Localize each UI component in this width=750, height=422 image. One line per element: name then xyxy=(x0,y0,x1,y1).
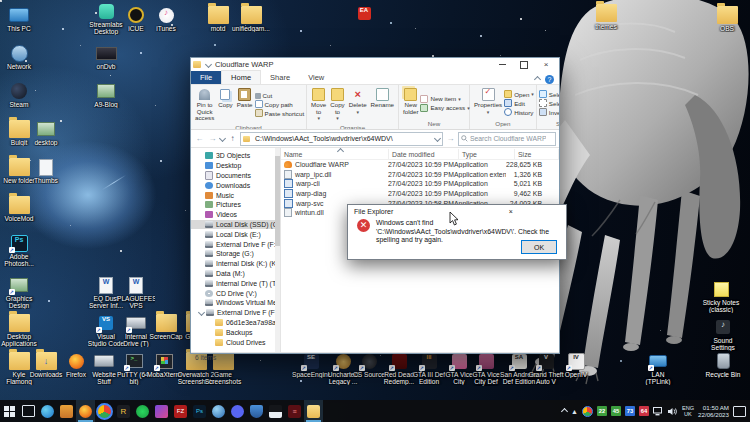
taskbar-app-premiere[interactable]: ≡ xyxy=(285,400,304,422)
tab-home[interactable]: Home xyxy=(221,70,261,84)
sidebar-item-data-m[interactable]: Data (M:) xyxy=(191,269,280,279)
task-view-button[interactable] xyxy=(19,400,38,422)
minimize-button[interactable] xyxy=(491,58,513,71)
copy-to-button[interactable]: Copy to▾ xyxy=(328,87,346,123)
paste-button[interactable]: Paste xyxy=(235,87,255,123)
edit-button[interactable]: Edit xyxy=(504,99,534,107)
sidebar-scrollbar[interactable] xyxy=(275,148,280,352)
desktop-icon-recycle-bin[interactable]: Recycle Bin xyxy=(704,352,742,378)
paste-shortcut-button[interactable]: Paste shortcut xyxy=(255,109,305,117)
desktop-icon-sticky-notes[interactable]: Sticky Notes (classic) xyxy=(702,280,740,313)
desktop-icon-plaguefest-doc[interactable]: WPLAGUEFEST VPS xyxy=(117,276,155,309)
sidebar-item-pictures[interactable]: Pictures xyxy=(191,200,280,210)
tray-app-icon[interactable]: ▲ xyxy=(571,408,578,415)
tray-overflow-chevron-icon[interactable] xyxy=(561,407,568,414)
back-icon[interactable]: ← xyxy=(194,133,205,144)
new-folder-button[interactable]: New folder xyxy=(401,87,420,119)
quick-access-toolbar-chevron-icon[interactable] xyxy=(205,61,212,68)
start-button[interactable] xyxy=(0,400,19,422)
pin-quick-access-button[interactable]: Pin to Quick access xyxy=(193,87,216,123)
copy-path-button[interactable]: Copy path xyxy=(255,100,305,108)
desktop-icon-network[interactable]: Network xyxy=(0,44,38,70)
dialog-close-icon[interactable]: × xyxy=(459,208,564,215)
column-type[interactable]: Type xyxy=(459,149,515,159)
temp-badge-2[interactable]: 45 xyxy=(611,406,621,416)
easy-access-button[interactable]: Easy access▾ xyxy=(420,104,469,112)
desktop-icon-ondvb[interactable]: onDvb xyxy=(87,44,125,70)
file-row-warp-diag[interactable]: warp-diag 27/04/2023 10:59 PMApplication… xyxy=(281,189,559,199)
desktop-icon-sound-settings[interactable]: ♪Sound Settings xyxy=(704,318,742,351)
up-icon[interactable]: ↑ xyxy=(227,133,238,144)
clock[interactable]: 01:50 AM22/06/2023 xyxy=(698,404,729,418)
sidebar-item-external-drive-f-section[interactable]: External Drive F (F:) xyxy=(191,308,280,318)
sidebar-item-downloads[interactable]: Downloads xyxy=(191,180,280,190)
invert-selection-button[interactable]: Invert selection xyxy=(539,108,559,116)
column-size[interactable]: Size xyxy=(515,149,559,159)
collapse-ribbon-icon[interactable] xyxy=(534,76,541,83)
taskbar-app-store[interactable] xyxy=(57,400,76,422)
sidebar-item-backups[interactable]: Backups xyxy=(191,327,280,337)
tab-file[interactable]: File xyxy=(191,71,221,84)
desktop-icon-thumbs[interactable]: Thumbs xyxy=(27,158,65,184)
taskbar-app-firefox[interactable] xyxy=(76,400,95,422)
sidebar-item-external-drive-f[interactable]: External Drive F (F:) xyxy=(191,239,280,249)
tab-view[interactable]: View xyxy=(299,71,333,84)
ok-button[interactable]: OK xyxy=(521,240,557,254)
desktop-icon-steam[interactable]: Steam xyxy=(0,82,38,108)
taskbar-app-rockstar[interactable]: R xyxy=(114,400,133,422)
sidebar-item-videos[interactable]: Videos xyxy=(191,210,280,220)
properties-button[interactable]: Properties▾ xyxy=(472,87,504,119)
taskbar-app-paint[interactable] xyxy=(247,400,266,422)
desktop-icon-graphics-design[interactable]: ↗Graphics Design xyxy=(0,276,38,309)
sidebar-item-music[interactable]: Music xyxy=(191,190,280,200)
desktop-icon-obs[interactable]: OBS xyxy=(708,6,746,32)
tab-share[interactable]: Share xyxy=(261,71,299,84)
taskbar-app-discord[interactable] xyxy=(228,400,247,422)
close-button[interactable]: × xyxy=(535,58,557,71)
sidebar-item-windows-virtual-memory[interactable]: Windows Virtual Memory () xyxy=(191,298,280,308)
taskbar-app-chrome[interactable] xyxy=(95,400,114,422)
copy-button[interactable]: Copy xyxy=(216,87,234,123)
scrollbar-thumb[interactable] xyxy=(275,156,280,246)
taskbar-app-spotify[interactable] xyxy=(133,400,152,422)
forward-icon[interactable]: → xyxy=(207,133,218,144)
chrome-tray-icon[interactable] xyxy=(582,406,593,417)
desktop-icon-lan-tplink[interactable]: ↗LAN (TPLink) xyxy=(639,352,677,385)
address-input[interactable]: C:\Windows\AAct_Tools\wdvdriver\x64WDV\ xyxy=(240,132,443,146)
desktop-icon-adobe-photoshop[interactable]: Ps↗Adobe Photosh... xyxy=(0,234,38,267)
expanded-chevron-icon[interactable] xyxy=(198,309,205,316)
language-indicator[interactable]: ENGUK xyxy=(682,405,694,417)
temp-badge-1[interactable]: 22 xyxy=(597,406,607,416)
taskbar-app-explorer[interactable] xyxy=(304,400,323,422)
select-all-button[interactable]: Select all xyxy=(539,90,559,98)
column-name[interactable]: Name xyxy=(281,149,389,159)
cut-button[interactable]: Cut xyxy=(255,92,305,99)
taskbar-app-browser-sphere[interactable] xyxy=(209,400,228,422)
sidebar-item-desktop[interactable]: Desktop xyxy=(191,161,280,171)
temp-badge-3[interactable]: 73 xyxy=(625,406,635,416)
search-input[interactable]: Search Cloudflare WARP xyxy=(458,132,556,146)
desktop-icon-unifiedgam[interactable]: unifiedgam... xyxy=(232,6,270,32)
desktop-icon-desktop-file[interactable]: desktop xyxy=(27,120,65,146)
desktop-icon-ea[interactable]: EA xyxy=(345,4,383,23)
open-button[interactable]: Open▾ xyxy=(504,90,534,98)
desktop-icon-itunes[interactable]: ♪iTunes xyxy=(147,6,185,32)
sidebar-item-3d-objects[interactable]: 3D Objects xyxy=(191,151,280,161)
action-center-icon[interactable] xyxy=(733,406,746,417)
desktop-icon-desktop-applications[interactable]: Desktop Applications xyxy=(0,314,38,347)
volume-icon[interactable] xyxy=(668,407,678,416)
taskbar-app-obs[interactable] xyxy=(266,400,285,422)
temp-badge-4[interactable]: 64 xyxy=(639,406,649,416)
file-row-cloudflare-warp[interactable]: Cloudflare WARP 27/04/2023 10:59 PMAppli… xyxy=(281,160,559,170)
sidebar-item-hex-folder[interactable]: 06d1e3ea7a98a9d86c6032fe xyxy=(191,318,280,328)
sidebar-item-local-disk-e[interactable]: Local Disk (E:) xyxy=(191,229,280,239)
delete-button[interactable]: ×Delete▾ xyxy=(347,87,369,123)
desktop-icon-openiv[interactable]: IV↗OpenIV xyxy=(557,352,595,378)
taskbar-app-filezilla[interactable]: FZ xyxy=(171,400,190,422)
network-icon[interactable] xyxy=(653,407,664,416)
file-row-warp-ipc-dll[interactable]: warp_ipc.dll 27/04/2023 10:59 PMApplicat… xyxy=(281,170,559,180)
history-button[interactable]: History xyxy=(504,108,534,116)
sidebar-item-internal-drive-t[interactable]: Internal Drive (T) (T:) xyxy=(191,278,280,288)
new-item-button[interactable]: New item▾ xyxy=(420,95,469,103)
sidebar-item-storage-g[interactable]: Storage (G:) xyxy=(191,249,280,259)
